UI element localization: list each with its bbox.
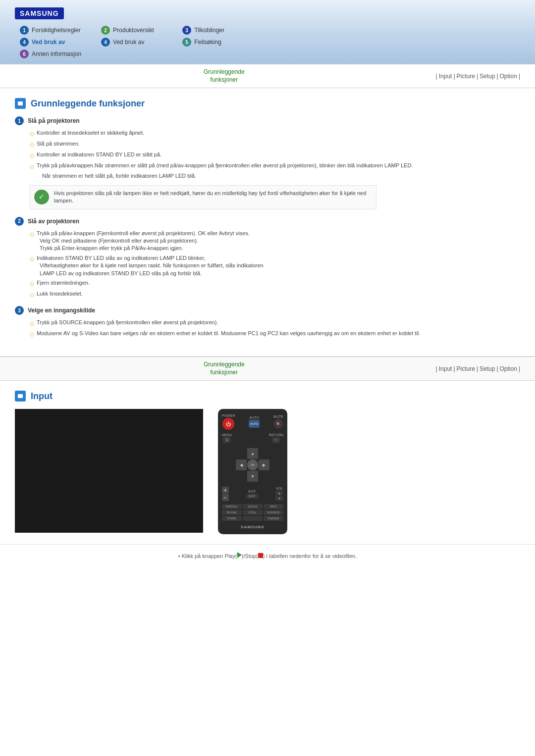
dpad-empty-tr bbox=[259, 448, 269, 459]
nav-item-4-main[interactable]: 4 Ved bruk av bbox=[20, 38, 81, 47]
blank-button[interactable]: BLANK bbox=[222, 510, 242, 515]
list-item: ◇ Slå på strømmen. bbox=[30, 140, 520, 149]
samsung-logo: SAMSUNG bbox=[15, 7, 520, 23]
bullet-icon: ◇ bbox=[30, 162, 34, 171]
dpad-empty-br bbox=[259, 471, 269, 482]
grunnleggende-section: Grunnleggende funksjoner 1 Slå på projek… bbox=[0, 88, 535, 356]
auto-label: AUTO bbox=[250, 416, 259, 419]
bullet-icon: ◇ bbox=[30, 280, 34, 288]
sub-title-text-2: Slå av projektoren bbox=[28, 218, 79, 225]
tab-input-1[interactable]: Input bbox=[439, 73, 452, 80]
dpad-left[interactable]: ◀ bbox=[236, 459, 247, 470]
nav-item-3[interactable]: 3 Tilkoblinger bbox=[182, 26, 244, 35]
quick-button[interactable]: QUICK bbox=[243, 504, 263, 509]
vol-plus-group: + − bbox=[222, 487, 229, 501]
tab-option-2[interactable]: Option bbox=[500, 365, 517, 372]
vol-arrows: ▲ ▼ bbox=[275, 491, 283, 501]
empty-btn bbox=[243, 516, 263, 521]
vol-label-group: VOL ▲ ▼ bbox=[275, 487, 283, 501]
bullet-icon: ◇ bbox=[30, 330, 34, 339]
bullets-1: ◇ Kontroller at linsedekselet er skikkel… bbox=[30, 129, 520, 170]
exit-button[interactable]: EXIT bbox=[246, 494, 258, 499]
return-button[interactable]: ↩ bbox=[272, 437, 280, 443]
vol-plus-button[interactable]: + bbox=[222, 487, 229, 494]
subsection-1: 1 Slå på projektoren ◇ Kontroller at lin… bbox=[15, 116, 520, 209]
nav-num-4-main: 4 bbox=[20, 38, 29, 47]
nav-item-5[interactable]: 5 Feilsøking bbox=[182, 38, 244, 47]
tab-links-2: | Input | Picture | Setup | Option | bbox=[436, 365, 520, 372]
stop-icon bbox=[258, 553, 263, 558]
dpad-down[interactable]: ▼ bbox=[247, 471, 258, 482]
tab-center-1[interactable]: Grunnleggende funksjoner bbox=[204, 68, 245, 84]
nav-item-6[interactable]: 6 Annen informasjon bbox=[20, 50, 81, 58]
section-icon-1 bbox=[15, 98, 26, 109]
exit-vol-row: + − EXIT EXIT VOL ▲ ▼ bbox=[222, 487, 283, 501]
install-button[interactable]: INSTALL bbox=[222, 504, 242, 509]
small-buttons: INSTALL QUICK INFO BLANK STILL SOURCE P.… bbox=[222, 504, 283, 521]
sub-num-3: 3 bbox=[15, 306, 24, 315]
sub-note-1: Når strømmen er helt slått på, forblir i… bbox=[42, 172, 520, 180]
vol-down[interactable]: ▼ bbox=[275, 496, 283, 501]
bullet-icon: ◇ bbox=[30, 230, 34, 239]
tab-picture-1[interactable]: Picture bbox=[457, 73, 475, 80]
info-button[interactable]: INFO bbox=[264, 504, 283, 509]
sub-title-2: 2 Slå av projektoren bbox=[15, 217, 520, 226]
source-button[interactable]: SOURCE bbox=[264, 510, 283, 515]
auto-button[interactable]: AUTO bbox=[249, 420, 260, 428]
still-button[interactable]: STILL bbox=[243, 510, 263, 515]
bottom-note-text-2: )/Stop( bbox=[242, 553, 258, 559]
menu-label: MENU bbox=[222, 433, 232, 437]
play-icon bbox=[237, 552, 242, 558]
bullet-icon: ◇ bbox=[30, 151, 34, 160]
nav-grid: 1 Forsiktighetsregler 2 Produktoversikt … bbox=[20, 26, 244, 58]
list-item: ◇ Fjern strømledningen. bbox=[30, 279, 520, 288]
menu-group: MENU ☰ bbox=[222, 433, 232, 443]
input-content: POWER ⏻ AUTO AUTO MUTE 🔇 MENU ☰ bbox=[15, 409, 520, 534]
nav-item-1[interactable]: 1 Forsiktighetsregler bbox=[20, 26, 81, 35]
note-icon-1: ✓ bbox=[34, 190, 49, 204]
bullet-icon: ◇ bbox=[30, 319, 34, 328]
dpad-ok[interactable]: OK bbox=[247, 459, 258, 470]
list-item: ◇ Lukk linsedekselet. bbox=[30, 290, 520, 299]
bullet-icon: ◇ bbox=[30, 130, 34, 138]
bullet-icon: ◇ bbox=[30, 141, 34, 149]
vol-up[interactable]: ▲ bbox=[275, 491, 283, 496]
menu-button[interactable]: ☰ bbox=[223, 437, 231, 443]
nav-item-2[interactable]: 2 Produktoversikt bbox=[101, 26, 162, 35]
list-item: ◇ Trykk på på/avknappen.Når strømmen er … bbox=[30, 162, 520, 171]
tab-setup-1[interactable]: Setup bbox=[480, 73, 495, 80]
dpad-empty-bl bbox=[236, 471, 247, 482]
subsection-3: 3 Velge en inngangskilide ◇ Trykk på SOU… bbox=[15, 306, 520, 339]
nav-num-2: 2 bbox=[101, 26, 110, 35]
list-item: ◇ Kontroller at linsedekselet er skikkel… bbox=[30, 129, 520, 138]
exit-group: EXIT EXIT bbox=[246, 490, 258, 499]
vol-minus-button[interactable]: − bbox=[222, 494, 229, 501]
nav-items: 1 Forsiktighetsregler 2 Produktoversikt … bbox=[15, 26, 520, 58]
note-box-1: ✓ Hvis projektoren slås på når lampen ik… bbox=[30, 185, 376, 209]
dpad: ▲ ◀ OK ▶ ▼ bbox=[236, 448, 269, 482]
tab-links-1: | Input | Picture | Setup | Option | bbox=[436, 73, 520, 80]
nav-item-4[interactable]: 4 Ved bruk av bbox=[101, 38, 162, 47]
power-group: POWER ⏻ bbox=[222, 414, 235, 430]
sub-title-1: 1 Slå på projektoren bbox=[15, 116, 520, 125]
nav-num-5: 5 bbox=[182, 38, 191, 47]
psize-button[interactable]: P.SIZE bbox=[222, 516, 242, 521]
tab-setup-2[interactable]: Setup bbox=[480, 365, 495, 372]
dpad-up[interactable]: ▲ bbox=[247, 448, 258, 459]
pwmode-button[interactable]: P.MODE bbox=[264, 516, 283, 521]
input-section: Input POWER ⏻ AUTO AUTO MUTE 🔇 bbox=[0, 381, 535, 544]
tab-center-2[interactable]: Grunnleggende funksjoner bbox=[204, 361, 245, 376]
sub-title-text-1: Slå på projektoren bbox=[28, 117, 80, 124]
tab-input-2[interactable]: Input bbox=[439, 365, 452, 372]
mute-button[interactable]: 🔇 bbox=[273, 419, 283, 429]
list-item: ◇ Trykk på SOURCE-knappen (på fjernkontr… bbox=[30, 319, 520, 328]
tab-picture-2[interactable]: Picture bbox=[457, 365, 475, 372]
vol-label: VOL bbox=[276, 487, 283, 490]
power-button[interactable]: ⏻ bbox=[222, 418, 234, 430]
return-group: RETURN ↩ bbox=[269, 433, 283, 443]
subsection-2: 2 Slå av projektoren ◇ Trykk på på/av-kn… bbox=[15, 217, 520, 299]
dpad-right[interactable]: ▶ bbox=[259, 459, 269, 470]
sub-num-2: 2 bbox=[15, 217, 24, 226]
top-navigation: SAMSUNG 1 Forsiktighetsregler 2 Produkto… bbox=[0, 0, 535, 64]
tab-option-1[interactable]: Option bbox=[500, 73, 517, 80]
